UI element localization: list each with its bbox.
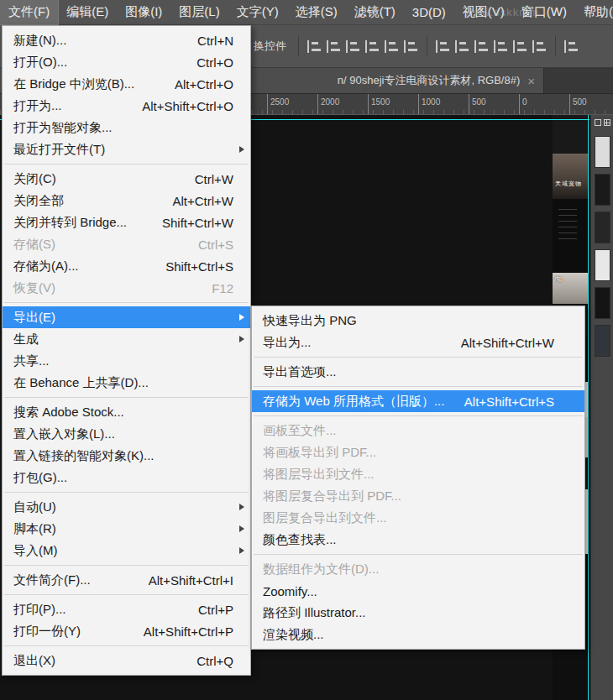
- menu-item[interactable]: 在 Behance 上共享(D)...: [3, 372, 250, 394]
- menu-item[interactable]: 生成: [3, 328, 250, 350]
- menu-item[interactable]: 置入嵌入对象(L)...: [3, 423, 250, 445]
- menu-item[interactable]: 在 Bridge 中浏览(B)... Alt+Ctrl+O: [3, 73, 250, 95]
- menu-item-label: 打开为智能对象...: [13, 120, 113, 136]
- menu-item-label: 在 Behance 上共享(D)...: [13, 375, 149, 391]
- panel-thumbnail[interactable]: [595, 325, 610, 357]
- menu-item-label: 新建(N)...: [13, 33, 66, 49]
- ruler-tick-label: 2000: [317, 94, 368, 114]
- submenu-arrow-icon: [239, 525, 244, 532]
- menu-item[interactable]: 打包(G)...: [3, 467, 250, 488]
- menu-item[interactable]: 存储(S) Ctrl+S: [3, 233, 250, 255]
- menu-separator: [252, 412, 584, 420]
- toolbar-separator: [427, 36, 427, 56]
- menu-separator: [3, 488, 250, 496]
- menu-item[interactable]: 退出(X) Ctrl+Q: [3, 650, 250, 671]
- menu-item[interactable]: 导出为... Alt+Shift+Ctrl+W: [252, 332, 584, 353]
- menu-item[interactable]: 将图层复合导出到 PDF...: [252, 485, 584, 507]
- menu-item[interactable]: 颜色查找表...: [252, 529, 584, 551]
- menu-item[interactable]: 存储为 Web 所用格式（旧版）... Alt+Shift+Ctrl+S: [252, 390, 584, 412]
- submenu-arrow-icon: [239, 146, 244, 153]
- menu-item[interactable]: 路径到 Illustrator...: [252, 602, 584, 624]
- menu-item-label: 关闭全部: [13, 193, 64, 209]
- panel-grid-icon[interactable]: [604, 119, 610, 126]
- menu-item[interactable]: 新建(N)... Ctrl+N: [3, 29, 250, 51]
- menubar-item[interactable]: 滤镜(T): [346, 0, 404, 24]
- menubar-item[interactable]: 图层(L): [170, 0, 228, 24]
- distribute-bottom-edges-icon[interactable]: [474, 40, 489, 53]
- menu-item-label: 图层复合导出到文件...: [263, 510, 387, 526]
- distribute-top-edges-icon[interactable]: [436, 40, 450, 53]
- menu-item[interactable]: 打印一份(Y) Alt+Shift+Ctrl+P: [3, 620, 250, 642]
- menu-item-label: 画板至文件...: [263, 423, 337, 439]
- menu-item[interactable]: 数据组作为文件(D)...: [252, 558, 584, 580]
- menu-item[interactable]: 打开(O)... Ctrl+O: [3, 51, 250, 73]
- menu-item-label: 在 Bridge 中浏览(B)...: [13, 76, 134, 92]
- artwork-dog-banner: /知: [553, 273, 588, 304]
- panel-thumbnail[interactable]: [595, 212, 610, 243]
- menu-item[interactable]: 自动(U): [3, 496, 250, 518]
- panel-thumbnail[interactable]: [595, 287, 610, 319]
- menu-item-label: 存储为(A)...: [13, 259, 79, 274]
- menu-item[interactable]: 置入链接的智能对象(K)...: [3, 445, 250, 467]
- align-top-edges-icon[interactable]: [365, 40, 380, 53]
- show-transform-controls-label[interactable]: 换控件: [254, 39, 286, 54]
- menu-item[interactable]: 打开为智能对象...: [3, 117, 250, 138]
- menu-item-label: 最近打开文件(T): [13, 142, 105, 158]
- align-horizontal-centers-icon[interactable]: [327, 40, 341, 53]
- menu-item[interactable]: Zoomify...: [252, 580, 584, 602]
- menu-item[interactable]: 导出首选项...: [252, 361, 584, 383]
- menu-item[interactable]: 最近打开文件(T): [3, 138, 250, 160]
- menu-item[interactable]: 关闭(C) Ctrl+W: [3, 168, 250, 190]
- menubar-item[interactable]: 3D(D): [404, 0, 454, 24]
- menu-item[interactable]: 将图层导出到文件...: [252, 463, 584, 485]
- distribute-vertical-centers-icon[interactable]: [455, 40, 469, 53]
- distribute-left-edges-icon[interactable]: [494, 40, 508, 53]
- menu-item[interactable]: 渲染视频...: [252, 624, 584, 645]
- menu-separator: [3, 299, 250, 306]
- menu-item[interactable]: 打印(P)... Ctrl+P: [3, 598, 250, 620]
- align-left-edges-icon[interactable]: [307, 40, 322, 53]
- submenu-arrow-icon: [239, 547, 244, 554]
- menubar-item[interactable]: 帮助(H): [575, 0, 613, 24]
- menu-item-label: 脚本(R): [13, 521, 56, 537]
- align-vertical-centers-icon[interactable]: [385, 40, 399, 53]
- menu-item[interactable]: 恢复(V) F12: [3, 277, 250, 299]
- distribute-horizontal-centers-icon[interactable]: [513, 40, 527, 53]
- menu-item[interactable]: 画板至文件...: [252, 420, 584, 441]
- panel-dock: [590, 115, 613, 700]
- menu-item[interactable]: 文件简介(F)... Alt+Shift+Ctrl+I: [3, 569, 250, 591]
- menu-item[interactable]: 打开为... Alt+Shift+Ctrl+O: [3, 95, 250, 117]
- panel-thumbnail[interactable]: [595, 136, 610, 168]
- menu-item-label: 渲染视频...: [263, 627, 324, 643]
- panel-thumbnail[interactable]: [595, 249, 610, 281]
- menu-item[interactable]: 共享...: [3, 350, 250, 372]
- menubar-item[interactable]: 选择(S): [287, 0, 346, 24]
- menubar-item[interactable]: 窗口(W): [513, 0, 575, 24]
- menubar-item[interactable]: 图像(I): [117, 0, 170, 24]
- menu-item[interactable]: 图层复合导出到文件...: [252, 507, 584, 529]
- menubar-item[interactable]: 文字(Y): [228, 0, 287, 24]
- menu-item[interactable]: 脚本(R): [3, 518, 250, 540]
- menu-item[interactable]: 搜索 Adobe Stock...: [3, 401, 250, 423]
- menu-item[interactable]: 将画板导出到 PDF...: [252, 441, 584, 463]
- menu-item[interactable]: 存储为(A)... Shift+Ctrl+S: [3, 255, 250, 277]
- menubar-item[interactable]: 编辑(E): [58, 0, 117, 24]
- distribute-right-edges-icon[interactable]: [532, 40, 547, 53]
- menu-item[interactable]: 关闭并转到 Bridge... Shift+Ctrl+W: [3, 212, 250, 233]
- align-bottom-edges-icon[interactable]: [404, 40, 418, 53]
- menu-item[interactable]: 导出(E): [3, 306, 250, 328]
- menubar-item[interactable]: 视图(V): [454, 0, 513, 24]
- collapse-panels-icon[interactable]: [595, 119, 601, 126]
- menubar-item[interactable]: 文件(F): [0, 0, 58, 24]
- menu-item[interactable]: 关闭全部 Alt+Ctrl+W: [3, 190, 250, 212]
- menu-item[interactable]: 快速导出为 PNG: [252, 310, 584, 332]
- menu-item[interactable]: 导入(M): [3, 540, 250, 562]
- menu-item-label: 打印一份(Y): [13, 624, 81, 640]
- auto-align-layers-icon[interactable]: [564, 40, 579, 53]
- menu-item-label: 导出为...: [263, 335, 312, 351]
- artwork-brand-text: 天域宠物: [555, 180, 582, 188]
- menu-item-shortcut: Alt+Shift+Ctrl+W: [448, 336, 554, 350]
- tab-close-icon[interactable]: ×: [527, 74, 535, 88]
- align-right-edges-icon[interactable]: [346, 40, 360, 53]
- panel-thumbnail[interactable]: [595, 174, 610, 206]
